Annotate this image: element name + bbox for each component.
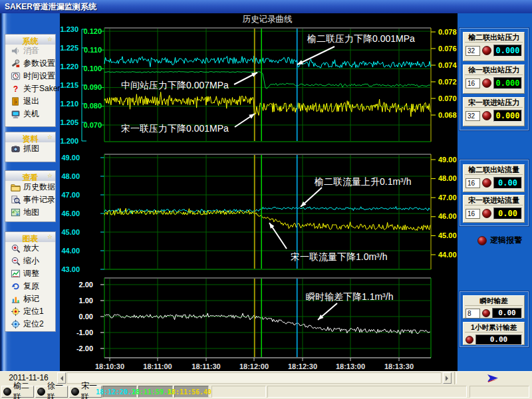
folder-icon [11, 182, 21, 192]
readout-panel: 榆二联出站流量160.00 [463, 164, 525, 192]
sidebar-item[interactable]: 退出 [5, 95, 55, 108]
divider [454, 372, 455, 384]
collapse-icon[interactable]: ☆ [47, 171, 53, 181]
axis-tick-label: 48.00 [438, 174, 457, 182]
sidebar-item-label: 关于Saker [23, 83, 60, 94]
alarm-led-icon [477, 236, 487, 245]
section-header[interactable]: 系统☆ [5, 35, 55, 45]
section-title: 资料 [23, 134, 39, 144]
tag-number-field[interactable]: 16 [466, 178, 480, 188]
readout-panel: 1小时累计输差0.00 [463, 322, 525, 345]
sidebar-item[interactable]: 标记 [5, 293, 55, 305]
sidebar-item-label: 时间设置 [23, 70, 55, 82]
readout-label: 榆二联出站流量 [465, 165, 523, 175]
mute-icon [11, 46, 21, 56]
sidebar-item[interactable]: 历史数据 [5, 181, 55, 194]
alarm-label: 逻辑报警 [490, 235, 522, 246]
sidebar-item[interactable]: 关机 [5, 108, 55, 120]
section-title: 查看 [23, 173, 39, 182]
tag-number-field[interactable]: 32 [466, 46, 480, 56]
sidebar-item[interactable]: 调整 [5, 267, 55, 280]
readout-label: 徐一联出站压力 [465, 65, 523, 75]
sidebar-item-label: 参数设置 [23, 58, 55, 69]
status-row: 榆二联徐一联宋一联18:12:20.28218:11:59.82118:11:5… [0, 384, 532, 399]
sidebar-item[interactable]: ?关于Saker [5, 82, 55, 95]
station-button[interactable]: 榆二联 [1, 386, 34, 398]
collapse-icon[interactable]: ☆ [47, 35, 53, 45]
difference-readouts: 瞬时输差80.001小时累计输差0.00 [460, 291, 529, 347]
sidebar-item[interactable]: 参数设置 [5, 57, 55, 70]
readout-label: 1小时累计输差 [465, 323, 523, 332]
tag-number-field[interactable]: 16 [466, 209, 480, 219]
tag-number-field[interactable]: 16 [466, 78, 480, 88]
scrollbar-track[interactable] [66, 372, 442, 384]
readout-label: 榆二联出站压力 [465, 33, 523, 43]
collapse-icon[interactable]: ☆ [47, 132, 53, 142]
axis-tick-label: 0.100 [83, 65, 102, 72]
section-header[interactable]: 资料☆ [5, 132, 55, 142]
exit-icon [11, 96, 21, 106]
window-title: SAKER管道泄漏监测系统 [5, 2, 96, 11]
axis-tick-label: 46.00 [61, 209, 80, 217]
sidebar-item[interactable]: 抓图 [5, 142, 55, 155]
tag-number-field[interactable]: 8 [466, 309, 480, 319]
chart-title: 历史记录曲线 [243, 15, 293, 24]
history-chart: 1.2301.2251.2201.2151.2101.2051.2000.120… [60, 13, 459, 372]
sidebar-section-1: 系统☆消音参数设置时间设置?关于Saker退出关机 [5, 34, 56, 127]
section-title: 系统 [23, 37, 39, 46]
readout-panel: 瞬时输差80.00 [463, 295, 525, 319]
axis-tick-label: 49.00 [61, 154, 80, 162]
station-led-icon [3, 388, 11, 396]
x-axis-label: 18:12:00 [239, 362, 269, 370]
clock-icon [11, 71, 21, 81]
annotation-text: 瞬时输差下降1.1m³/h [306, 291, 393, 302]
status-led-icon [482, 178, 491, 188]
tag-number-field[interactable]: 32 [466, 111, 480, 121]
sidebar-item: 消音 [5, 45, 55, 57]
sidebar-item[interactable]: 时间设置 [5, 70, 55, 82]
axis-tick-label: 0.090 [83, 83, 102, 91]
sidebar-item[interactable]: 复原 [5, 280, 55, 293]
axis-tick-label: 43.00 [61, 265, 80, 273]
readout-panel: 榆二联出站压力320.000 [463, 32, 525, 61]
sidebar-item[interactable]: 定位1 [5, 305, 55, 318]
annotation-text: 榆二联流量上升0.1m³/h [314, 176, 411, 187]
axis-tick-label: 0.078 [438, 28, 457, 36]
locate1-icon [11, 307, 21, 317]
sidebar-item[interactable]: 定位2 [5, 318, 55, 331]
sidebar-item-label: 地图 [23, 207, 39, 218]
play-cell[interactable] [456, 372, 530, 384]
axis-tick-label: 1.230 [60, 25, 78, 33]
x-axis-label: 18:11:30 [192, 362, 220, 370]
sidebar-item[interactable]: 放大 [5, 242, 55, 255]
axis-tick-label: 0.070 [438, 94, 457, 102]
station-label: 徐一联 [47, 380, 66, 399]
value-display: 0.00 [493, 207, 522, 219]
sidebar: 系统☆消音参数设置时间设置?关于Saker退出关机资料☆抓图查看☆历史数据事件记… [0, 13, 60, 371]
axis-tick-label: 0.068 [438, 111, 457, 119]
collapse-icon[interactable]: ☆ [47, 232, 53, 242]
x-axis-label: 18:13:00 [336, 362, 365, 370]
zoom-out-icon [11, 256, 21, 266]
station-led-icon [37, 388, 45, 396]
chart-area: 1.2301.2251.2201.2151.2101.2051.2000.120… [60, 13, 458, 371]
annotation-text: 中间站压力下降0.007MPa [121, 80, 229, 90]
logic-alarm: 逻辑报警 [477, 235, 522, 246]
station-button[interactable]: 徐一联 [35, 386, 68, 398]
sidebar-item[interactable]: 缩小 [5, 255, 55, 267]
sidebar-item[interactable]: 地图 [5, 206, 55, 219]
statusbar-cell [211, 386, 266, 398]
section-header[interactable]: 查看☆ [5, 171, 55, 181]
right-panel: 榆二联出站压力320.000徐一联出站压力160.000宋一联进站压力320.0… [458, 13, 532, 371]
sidebar-item[interactable]: 事件记录 [5, 194, 55, 206]
scroll-right-button[interactable] [443, 372, 452, 384]
axis-tick-label: 46.00 [438, 212, 457, 220]
axis-tick-label: 0.074 [438, 61, 457, 69]
titlebar: SAKER管道泄漏监测系统 [0, 0, 532, 13]
readout-label: 宋一联进站流量 [465, 196, 523, 205]
time-scrollbar: 2011-11-16 [0, 371, 532, 384]
sidebar-item-label: 复原 [23, 281, 39, 292]
section-header[interactable]: 图表☆ [5, 232, 55, 242]
readout-label: 宋一联进站压力 [465, 98, 523, 108]
axis-tick-label: 44.00 [438, 251, 457, 259]
